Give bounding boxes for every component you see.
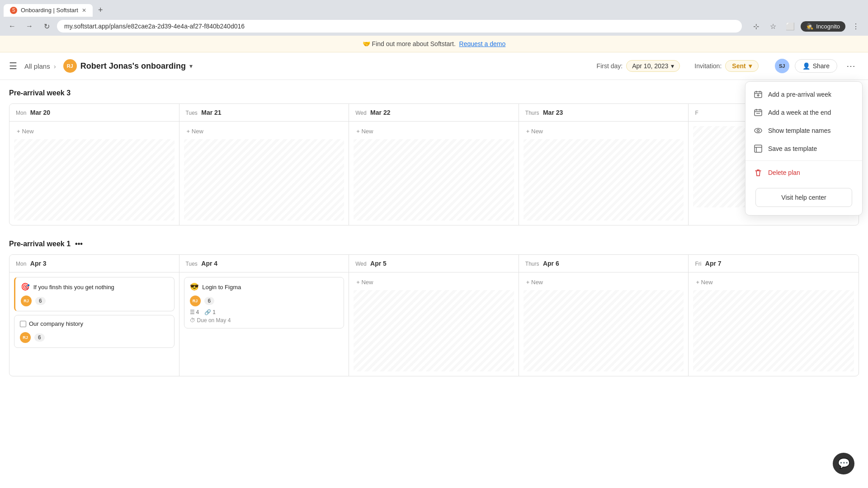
- week3-day-2-name: Wed: [355, 110, 366, 116]
- browser-actions: ⊹ ☆ ⬜ 🕵 Incognito ⋮: [749, 19, 863, 33]
- week1-day-1-name: Tues: [186, 261, 198, 267]
- invitation-status: Sent: [732, 62, 745, 70]
- task-card-title-get-nothing: 🎯 If you finsh this you get nothing: [21, 282, 169, 292]
- plan-title: Robert Jonas's onboarding: [80, 61, 186, 71]
- template-icon: [754, 144, 763, 153]
- incognito-badge[interactable]: 🕵 Incognito: [801, 21, 845, 32]
- week1-day-0-name: Mon: [16, 261, 26, 267]
- active-tab[interactable]: S Onboarding | Softstart ✕: [4, 4, 93, 17]
- delete-plan-label: Delete plan: [768, 169, 800, 176]
- week1-day-3-body: + New: [519, 272, 689, 376]
- hamburger-button[interactable]: ☰: [9, 61, 17, 71]
- week-3-header: Pre-arrival week 3: [9, 89, 859, 97]
- share-button[interactable]: 👤 Share: [795, 59, 837, 73]
- breadcrumb-arrow: ›: [54, 62, 56, 70]
- week3-day-3-header: Thurs Mar 23: [519, 104, 689, 122]
- address-input[interactable]: [57, 20, 742, 33]
- svg-point-2: [755, 128, 762, 133]
- app-header: ☰ All plans › RJ Robert Jonas's onboardi…: [0, 52, 868, 80]
- login-figma-text: Login to Figma: [202, 284, 241, 291]
- week1-day-3: Thurs Apr 6 + New: [519, 255, 689, 376]
- tab-close-button[interactable]: ✕: [82, 7, 86, 14]
- week3-day-0-date: Mar 20: [30, 109, 50, 116]
- forward-button[interactable]: →: [23, 19, 36, 33]
- more-options-button[interactable]: ⋯: [843, 58, 859, 74]
- calendar-add-icon: [754, 90, 763, 99]
- chat-button[interactable]: 💬: [833, 453, 854, 474]
- dots-icon: •••: [75, 240, 83, 248]
- task-card-meta: RJ 6: [21, 296, 169, 306]
- first-day-value: Apr 10, 2023: [632, 62, 668, 70]
- week3-day-0-new-task-button[interactable]: + New: [14, 126, 37, 136]
- link-count: 🔗 1: [204, 309, 216, 315]
- delete-plan-item[interactable]: Delete plan: [745, 164, 862, 182]
- week1-day-4-new-task-button[interactable]: + New: [693, 277, 715, 287]
- invitation-status-pill[interactable]: Sent ▾: [725, 60, 758, 72]
- week1-day-1-body: 😎 Login to Figma RJ 6 ☰ 4: [179, 272, 349, 363]
- all-plans-link[interactable]: All plans: [24, 62, 50, 70]
- week3-day-0-header: Mon Mar 20: [9, 104, 179, 122]
- plan-title-area: RJ Robert Jonas's onboarding ▾: [63, 59, 193, 73]
- first-day-area: First day: Apr 10, 2023 ▾: [597, 60, 680, 72]
- eye-icon: [754, 126, 763, 135]
- plus-icon: +: [17, 128, 20, 135]
- address-bar-row: ← → ↻ ⊹ ☆ ⬜ 🕵 Incognito ⋮: [0, 17, 868, 36]
- menu-divider: [745, 160, 862, 161]
- week3-day-3-new-task-button[interactable]: + New: [524, 126, 546, 136]
- cast-icon-button[interactable]: ⊹: [749, 19, 763, 33]
- share-icon: 👤: [802, 62, 810, 70]
- login-figma-meta: RJ 6: [190, 296, 339, 306]
- add-week-at-end-item[interactable]: Add a week at the end: [745, 103, 862, 122]
- add-pre-arrival-week-item[interactable]: Add a pre-arrival week: [745, 85, 862, 103]
- week3-day-0-body: + New: [9, 122, 179, 225]
- back-button[interactable]: ←: [5, 19, 19, 33]
- week1-day-3-new-task-button[interactable]: + New: [524, 277, 546, 287]
- week-1-calendar-grid: Mon Apr 3 🎯 If you finsh this you get no…: [9, 254, 859, 376]
- extension-icon-button[interactable]: ⬜: [783, 19, 797, 33]
- task-title-text: If you finsh this you get nothing: [33, 284, 114, 291]
- week1-day-4-header: Fri Apr 7: [689, 255, 859, 272]
- first-day-label: First day:: [597, 62, 623, 70]
- bookmark-icon-button[interactable]: ☆: [766, 19, 780, 33]
- plan-title-chevron[interactable]: ▾: [189, 62, 193, 70]
- week3-day-1-striped: [184, 139, 344, 221]
- show-template-names-item[interactable]: Show template names: [745, 122, 862, 140]
- week3-day-0-striped: [14, 139, 175, 221]
- refresh-button[interactable]: ↻: [40, 19, 53, 33]
- tab-title: Onboarding | Softstart: [21, 7, 78, 14]
- task-card-login-figma[interactable]: 😎 Login to Figma RJ 6 ☰ 4: [184, 277, 344, 328]
- task-icon-cool: 😎: [190, 283, 199, 291]
- login-figma-footer: ☰ 4 🔗 1: [190, 309, 339, 315]
- more-browser-button[interactable]: ⋮: [849, 19, 863, 33]
- week3-day-2-striped: [354, 139, 514, 221]
- week1-day-2: Wed Apr 5 + New: [349, 255, 519, 376]
- week1-day-4: Fri Apr 7 + New: [689, 255, 859, 376]
- week1-day-2-striped: [354, 290, 514, 371]
- week1-day-0: Mon Apr 3 🎯 If you finsh this you get no…: [9, 255, 179, 376]
- save-as-template-item[interactable]: Save as template: [745, 140, 862, 158]
- new-tab-button[interactable]: +: [94, 4, 107, 17]
- week3-day-1: Tues Mar 21 + New: [179, 104, 349, 225]
- company-history-meta: RJ 6: [20, 332, 169, 343]
- first-day-picker[interactable]: Apr 10, 2023 ▾: [626, 60, 680, 72]
- week1-day-4-striped: [693, 290, 854, 371]
- request-demo-link[interactable]: Request a demo: [459, 40, 506, 47]
- week1-day-2-new-task-button[interactable]: + New: [354, 277, 376, 287]
- login-figma-avatar: RJ: [190, 296, 201, 306]
- task-card-get-nothing[interactable]: 🎯 If you finsh this you get nothing RJ 6: [14, 277, 175, 311]
- week-1-options-button[interactable]: •••: [75, 240, 83, 248]
- week1-day-4-name: Fri: [695, 261, 701, 267]
- task-title-company-history: Our company history: [20, 320, 169, 328]
- trash-icon: [754, 168, 763, 177]
- week3-day-1-new-task-button[interactable]: + New: [184, 126, 206, 136]
- main-content: Pre-arrival week 3 Mon Mar 20 + New: [0, 80, 868, 400]
- week3-day-2-body: + New: [349, 122, 519, 225]
- week3-day-2-new-task-button[interactable]: + New: [354, 126, 376, 136]
- task-card-company-history[interactable]: Our company history RJ 6: [14, 315, 175, 347]
- week3-day-1-date: Mar 21: [201, 109, 221, 116]
- visit-help-center-button[interactable]: Visit help center: [755, 188, 852, 207]
- week3-day-2-header: Wed Mar 22: [349, 104, 519, 122]
- chat-icon: 💬: [838, 458, 850, 469]
- week3-day-2-date: Mar 22: [370, 109, 390, 116]
- new-label: New: [22, 128, 34, 135]
